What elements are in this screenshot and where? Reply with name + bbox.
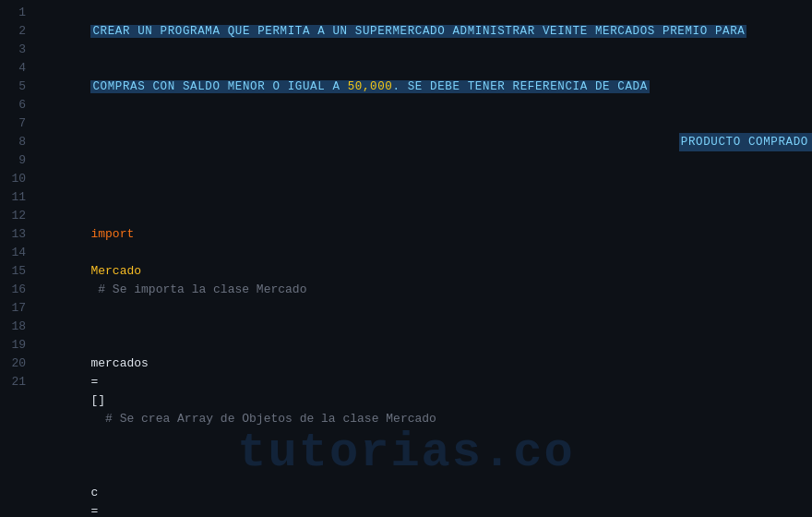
ln-15: 15 [0, 262, 33, 281]
code-line-3: PRODUCTO COMPRADO [33, 114, 812, 170]
ln-21: 21 [0, 373, 33, 391]
comment-line-1: CREAR UN PROGRAMA QUE PERMITA A UN SUPER… [90, 25, 746, 38]
ln-8: 8 [0, 133, 33, 151]
comment-import: # Se importa la clase Mercado [90, 283, 306, 296]
ln-7: 7 [0, 114, 33, 133]
ln-1: 1 [0, 4, 33, 22]
ln-17: 17 [0, 299, 33, 318]
ln-16: 16 [0, 281, 33, 299]
ln-5: 5 [0, 78, 33, 96]
code-line-5 [33, 188, 812, 207]
code-line-1: CREAR UN PROGRAMA QUE PERMITA A UN SUPER… [33, 4, 812, 59]
comment-line-2: COMPRAS CON SALDO MENOR O IGUAL A 50,000… [90, 80, 649, 93]
ln-19: 19 [0, 336, 33, 355]
watermark: tutorias.co [237, 426, 574, 480]
ln-20: 20 [0, 355, 33, 373]
ln-18: 18 [0, 318, 33, 336]
code-line-6: import Mercado # Se importa la clase Mer… [33, 207, 812, 318]
code-line-2: COMPRAS CON SALDO MENOR O IGUAL A 50,000… [33, 59, 812, 114]
ln-12: 12 [0, 207, 33, 225]
ln-11: 11 [0, 188, 33, 207]
ln-2: 2 [0, 22, 33, 41]
ln-13: 13 [0, 225, 33, 244]
class-mercado: Mercado [90, 264, 141, 278]
line-numbers: 1 2 3 4 5 6 7 8 9 10 11 12 13 14 15 16 1… [0, 4, 33, 517]
code-line-4 [33, 170, 812, 188]
ln-4: 4 [0, 59, 33, 78]
ln-14: 14 [0, 244, 33, 262]
comment-line-3: PRODUCTO COMPRADO [679, 133, 812, 151]
ln-9: 9 [0, 151, 33, 170]
ln-3: 3 [0, 41, 33, 59]
ln-6: 6 [0, 96, 33, 114]
keyword-import: import [90, 227, 134, 241]
ln-10: 10 [0, 170, 33, 188]
code-line-7 [33, 318, 812, 336]
